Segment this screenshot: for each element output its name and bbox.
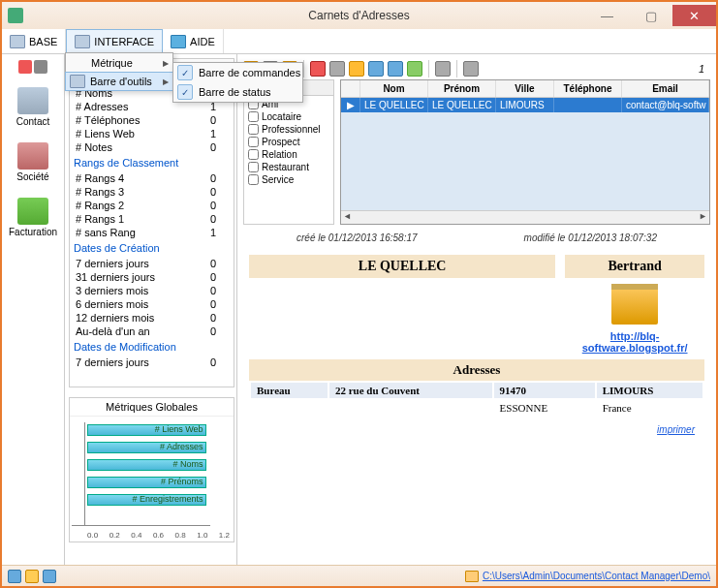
- detail-logo: [565, 278, 704, 330]
- sidebar-item-label: Société: [16, 171, 48, 182]
- addr-country: France: [597, 400, 702, 416]
- chart-tick: 0.8: [175, 531, 186, 540]
- menu-barre-outils[interactable]: Barre d'outils ▶: [65, 72, 173, 91]
- stat-label: 7 derniers jours: [76, 356, 149, 368]
- category-checkbox[interactable]: [248, 137, 259, 147]
- menu-metrique[interactable]: Métrique ▶: [66, 53, 172, 73]
- toggle-barre-commandes[interactable]: ✓ Barre de commandes: [173, 63, 302, 82]
- category-checkbox[interactable]: [248, 111, 259, 122]
- power-icon[interactable]: [18, 60, 32, 74]
- chart-bar-label: # Enregistrements: [132, 494, 203, 504]
- grid-column-header[interactable]: Téléphone: [554, 80, 622, 97]
- detail-weblink[interactable]: http://blq-software.blogspot.fr/: [582, 330, 688, 354]
- menu-interface[interactable]: INTERFACE: [66, 29, 163, 53]
- stats-list[interactable]: # Enregistrements1# Prénoms1# Noms1# Adr…: [69, 58, 234, 387]
- category-checkbox[interactable]: [248, 162, 259, 172]
- stat-row: # Rangs 40: [70, 171, 234, 185]
- sb-settings-icon[interactable]: [43, 570, 56, 583]
- stat-row: 12 derniers mois0: [70, 311, 234, 325]
- menubar: BASE INTERFACE AIDE: [2, 29, 716, 54]
- stat-value: 0: [210, 298, 216, 310]
- detail-lastname: LE QUELLEC: [249, 255, 555, 278]
- grid-body[interactable]: ▶LE QUELLECLE QUELLECLIMOURScontact@blq-…: [341, 98, 709, 210]
- stat-label: # Notes: [76, 141, 112, 153]
- app-icon: [8, 8, 23, 23]
- menu-aide[interactable]: AIDE: [163, 29, 224, 53]
- chart-title: Métriques Globales: [70, 398, 234, 417]
- record-count: 1: [699, 63, 710, 75]
- category-item[interactable]: Locataire: [246, 110, 331, 123]
- grid-column-header[interactable]: Prénom: [428, 80, 496, 97]
- category-checkbox[interactable]: [248, 149, 259, 160]
- sb-warn-icon[interactable]: [25, 570, 39, 583]
- toolbar-icon: [70, 75, 85, 88]
- timestamps: créé le 01/12/2013 16:58:17 modifié le 0…: [243, 225, 710, 251]
- chart-bar-label: # Noms: [172, 459, 203, 469]
- stats-section-header: Dates de Création: [70, 239, 234, 257]
- sidebar-item-contact[interactable]: Contact: [13, 83, 53, 131]
- chart-bar: # Prénoms: [87, 475, 230, 490]
- category-item[interactable]: Professionnel: [246, 123, 331, 136]
- menu-base[interactable]: BASE: [2, 29, 66, 53]
- chart-bar: # Noms: [87, 457, 230, 473]
- category-checkbox[interactable]: [248, 124, 259, 135]
- chart-bar: # Liens Web: [87, 422, 230, 438]
- tb-view-icon[interactable]: [368, 61, 384, 77]
- grid-column-header[interactable]: Nom: [360, 80, 428, 97]
- category-label: Prospect: [262, 137, 299, 147]
- metrics-chart: Métriques Globales # Liens Web# Adresses…: [69, 397, 234, 542]
- grid-row[interactable]: ▶LE QUELLECLE QUELLECLIMOURScontact@blq-…: [341, 98, 709, 112]
- stat-row: 31 derniers jours0: [70, 270, 234, 284]
- category-item[interactable]: Restaurant: [246, 161, 331, 173]
- sidebar-item-societe[interactable]: Société: [13, 139, 52, 186]
- chart-bar: # Enregistrements: [87, 492, 230, 508]
- tb-trash-icon[interactable]: [329, 61, 345, 77]
- horizontal-scrollbar[interactable]: [341, 210, 709, 224]
- tb-print-icon[interactable]: [388, 61, 403, 77]
- category-checkbox[interactable]: [248, 174, 259, 185]
- minimize-button[interactable]: —: [585, 5, 629, 26]
- stat-row: # Téléphones0: [70, 113, 234, 127]
- stat-value: 1: [210, 227, 216, 238]
- tb-sort-icon[interactable]: [435, 61, 451, 77]
- tool-icon[interactable]: [34, 60, 47, 74]
- tb-refresh-icon[interactable]: [407, 61, 422, 77]
- stat-label: # sans Rang: [76, 227, 136, 238]
- tb-copy-icon[interactable]: [349, 61, 364, 77]
- detail-panel[interactable]: LE QUELLEC Bertrand http://blq-software.…: [243, 251, 710, 566]
- category-item[interactable]: Prospect: [246, 136, 331, 148]
- interface-icon: [75, 35, 90, 48]
- category-item[interactable]: Service: [246, 173, 331, 186]
- contacts-grid: NomPrénomVilleTéléphoneEmail ▶LE QUELLEC…: [340, 79, 710, 225]
- stat-label: # Adresses: [76, 101, 128, 112]
- grid-column-header[interactable]: Ville: [496, 80, 554, 97]
- contact-icon: [17, 87, 48, 114]
- sidebar-item-facturation[interactable]: Facturation: [5, 194, 61, 241]
- toggle-barre-status[interactable]: ✓ Barre de status: [173, 82, 302, 102]
- print-link[interactable]: imprimer: [657, 424, 695, 435]
- stat-row: # Notes0: [70, 140, 234, 154]
- company-icon: [17, 142, 48, 170]
- stat-row: 6 derniers mois0: [70, 297, 234, 311]
- stat-value: 0: [210, 186, 216, 198]
- modified-timestamp: modifié le 01/12/2013 18:07:32: [524, 232, 657, 243]
- tb-delete-icon[interactable]: [310, 61, 326, 77]
- grid-column-header[interactable]: Email: [622, 80, 709, 97]
- stat-row: # sans Rang1: [70, 226, 234, 239]
- grid-column-header[interactable]: [341, 80, 360, 97]
- sb-info-icon[interactable]: [8, 570, 21, 583]
- stat-row: # Liens Web1: [70, 127, 234, 140]
- addr-region: ESSONNE: [494, 400, 595, 416]
- menu-item-label: Barre de commandes: [199, 67, 300, 78]
- chart-tick: 0.0: [87, 531, 98, 540]
- maximize-button[interactable]: ▢: [629, 5, 672, 26]
- tb-settings-icon[interactable]: [463, 61, 479, 77]
- close-button[interactable]: ✕: [672, 5, 716, 26]
- statusbar-path[interactable]: C:\Users\Admin\Documents\Contact Manager…: [465, 571, 710, 582]
- category-item[interactable]: Relation: [246, 148, 331, 161]
- stat-label: # Rangs 2: [76, 200, 124, 211]
- category-label: Locataire: [262, 111, 301, 122]
- titlebar: Carnets d'Adresses — ▢ ✕: [2, 2, 716, 29]
- stat-value: 0: [210, 285, 216, 296]
- sidebar-item-label: Facturation: [9, 227, 57, 237]
